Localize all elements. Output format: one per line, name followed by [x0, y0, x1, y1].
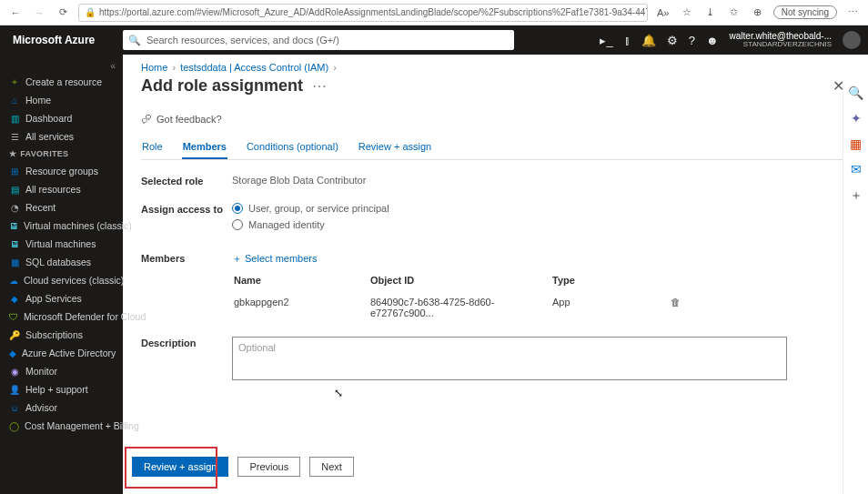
avatar[interactable] — [843, 31, 861, 49]
address-bar[interactable]: 🔒 https://portal.azure.com/#view/Microso… — [78, 4, 648, 22]
blade-footer: Review + assign Previous Next — [123, 439, 868, 494]
delete-row-button[interactable]: 🗑 — [661, 297, 689, 318]
nav-icon: 🖥 — [9, 220, 18, 231]
sidebar-item-label: Monitor — [25, 366, 57, 377]
radio-dot-icon — [232, 203, 243, 214]
more-button[interactable]: ⋯ — [844, 5, 861, 21]
tabs: Role Members Conditions (optional) Revie… — [141, 141, 850, 160]
edge-search-icon[interactable]: 🔍 — [848, 86, 863, 100]
nav-icon: ◆ — [9, 293, 20, 304]
col-object-id: Object ID — [370, 275, 552, 286]
description-input[interactable] — [232, 337, 787, 380]
star-icon[interactable]: ☆ — [679, 5, 695, 21]
cell-type: App — [552, 297, 661, 318]
nav-icon: ▤ — [9, 184, 20, 195]
nav-icon: ☁ — [9, 275, 18, 286]
tab-conditions[interactable]: Conditions (optional) — [246, 141, 339, 159]
nav-icon: ⊞ — [9, 166, 20, 176]
sidebar-all-services[interactable]: ☰All services — [0, 127, 123, 146]
sidebar-item-label: Subscriptions — [25, 329, 83, 340]
forward-button[interactable]: → — [31, 5, 47, 21]
sidebar-item-label: Virtual machines (classic) — [24, 220, 132, 231]
sync-pill[interactable]: Not syncing — [773, 5, 837, 19]
radio-user-group-sp[interactable]: User, group, or service principal — [232, 203, 850, 214]
nav-icon: 🖥 — [9, 238, 20, 249]
sidebar-item[interactable]: ◆App Services — [0, 289, 123, 307]
nav-icon: 🔑 — [9, 329, 20, 340]
feedback-link[interactable]: 🗪 Got feedback? — [141, 114, 850, 125]
sidebar-item-label: Help + support — [25, 384, 88, 395]
nav-icon: 👤 — [9, 384, 20, 395]
sidebar-item[interactable]: ◉Monitor — [0, 362, 123, 380]
sidebar-item[interactable]: ◔Recent — [0, 198, 123, 217]
sidebar-item[interactable]: ◆Azure Active Directory — [0, 344, 123, 362]
edge-office-icon[interactable]: ▦ — [850, 136, 862, 151]
search-placeholder: Search resources, services, and docs (G+… — [146, 35, 339, 45]
feedback-icon[interactable]: ☻ — [706, 34, 719, 47]
collapse-sidebar[interactable]: « — [103, 58, 123, 73]
previous-button[interactable]: Previous — [237, 457, 300, 477]
sidebar-item[interactable]: 👤Help + support — [0, 380, 123, 398]
crumb-resource[interactable]: testsddata | Access Control (IAM) — [180, 62, 328, 73]
sidebar-create[interactable]: ＋Create a resource — [0, 73, 123, 91]
value-selected-role: Storage Blob Data Contributor — [232, 175, 850, 187]
crumb-home[interactable]: Home — [141, 62, 167, 73]
refresh-button[interactable]: ⟳ — [55, 5, 71, 21]
table-row: gbkappgen2 864090c7-b638-4725-8d60-e7276… — [232, 291, 850, 324]
search-icon: 🔍 — [128, 35, 141, 46]
refresh2-icon[interactable]: ⤓ — [702, 5, 719, 21]
list-icon: ☰ — [9, 131, 20, 142]
sidebar-item[interactable]: ⊞Resource groups — [0, 162, 123, 180]
gear-icon[interactable]: ⚙ — [667, 34, 678, 47]
sidebar-item[interactable]: 🛡Microsoft Defender for Cloud — [0, 307, 123, 326]
account-tenant: STANDARDVERZEICHNIS — [730, 41, 832, 48]
select-members-link[interactable]: ＋Select members — [232, 253, 317, 264]
sidebar-item[interactable]: 🔑Subscriptions — [0, 326, 123, 344]
collections-icon[interactable]: ⊕ — [750, 5, 766, 21]
sidebar-item-label: SQL databases — [25, 257, 91, 267]
cell-object-id: 864090c7-b638-4725-8d60-e72767c900... — [370, 297, 552, 318]
filter-icon[interactable]: ⫿ — [624, 34, 631, 47]
sidebar-item[interactable]: ▦SQL databases — [0, 253, 123, 271]
sidebar-item[interactable]: 🖥Virtual machines (classic) — [0, 217, 123, 235]
sidebar-item-label: Advisor — [25, 402, 57, 413]
sidebar-item[interactable]: ▤All resources — [0, 180, 123, 198]
blade-content: Home › testsddata | Access Control (IAM)… — [123, 55, 868, 494]
nav-icon: ◯ — [9, 420, 19, 431]
edge-add-icon[interactable]: ＋ — [850, 187, 863, 204]
sidebar-item[interactable]: ☁Cloud services (classic) — [0, 271, 123, 289]
tab-members[interactable]: Members — [182, 141, 227, 159]
tab-review[interactable]: Review + assign — [358, 141, 432, 159]
read-aloud-icon[interactable]: A» — [655, 5, 671, 21]
sidebar-item-label: Virtual machines — [25, 238, 96, 249]
sidebar-dashboard[interactable]: ▥Dashboard — [0, 109, 123, 127]
lock-icon: 🔒 — [85, 7, 96, 17]
radio-managed-identity[interactable]: Managed identity — [232, 219, 850, 230]
edge-discover-icon[interactable]: ✦ — [851, 111, 862, 126]
brand[interactable]: Microsoft Azure — [0, 34, 123, 46]
favorites-header: ★FAVORITES — [0, 146, 123, 162]
tab-role[interactable]: Role — [141, 141, 164, 159]
help-icon[interactable]: ? — [689, 34, 695, 47]
account-area[interactable]: walter.white@theobald-... STANDARDVERZEI… — [730, 32, 832, 48]
sidebar-item-label: Cost Management + Billing — [25, 420, 139, 431]
sidebar-item[interactable]: 🖥Virtual machines — [0, 235, 123, 253]
next-button[interactable]: Next — [309, 457, 354, 477]
favplus-icon[interactable]: ✩ — [726, 5, 742, 21]
sidebar-item[interactable]: ☺Advisor — [0, 398, 123, 417]
cloudshell-icon[interactable]: ▸_ — [600, 34, 612, 47]
review-assign-button[interactable]: Review + assign — [132, 457, 228, 477]
global-search[interactable]: 🔍 Search resources, services, and docs (… — [123, 30, 514, 50]
col-type: Type — [552, 275, 661, 286]
sidebar-item-label: App Services — [25, 293, 82, 304]
edge-outlook-icon[interactable]: ✉ — [851, 162, 862, 176]
more-actions[interactable]: ⋯ — [312, 77, 327, 95]
azure-topbar: Microsoft Azure 🔍 Search resources, serv… — [0, 25, 868, 55]
sidebar-item[interactable]: ◯Cost Management + Billing — [0, 417, 123, 435]
nav-icon: ☺ — [9, 402, 20, 413]
url-text: https://portal.azure.com/#view/Microsoft… — [99, 7, 648, 17]
back-button[interactable]: ← — [7, 5, 24, 21]
bell-icon[interactable]: 🔔 — [641, 34, 656, 47]
cell-name: gbkappgen2 — [234, 297, 370, 318]
sidebar-home[interactable]: ⌂Home — [0, 91, 123, 109]
